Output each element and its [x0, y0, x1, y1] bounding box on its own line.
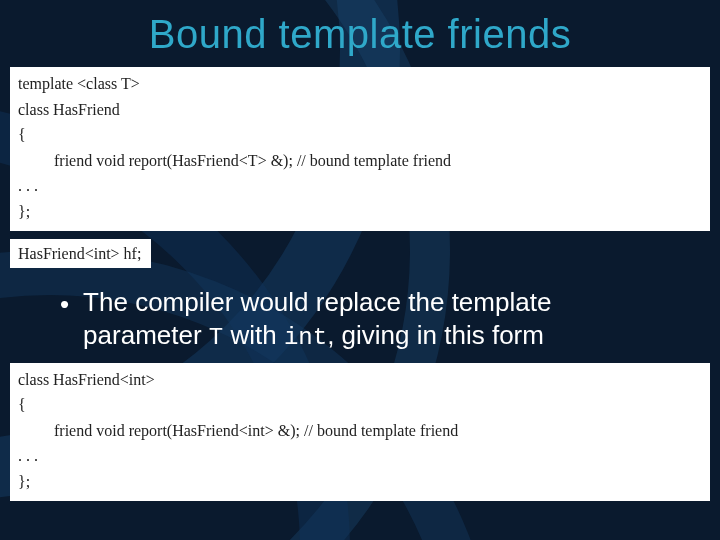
slide-title: Bound template friends [60, 12, 660, 57]
code-line: { [18, 396, 26, 413]
code-inline: T [209, 324, 223, 351]
code-block-template-def: template <class T> class HasFriend { fri… [10, 67, 710, 231]
code-line: template <class T> [18, 75, 140, 92]
text-run: with [223, 320, 284, 350]
code-block-expanded: class HasFriend<int> { friend void repor… [10, 363, 710, 501]
code-line: . . . [18, 447, 38, 464]
bullet-text: The compiler would replace the template … [83, 286, 660, 353]
code-line: { [18, 126, 26, 143]
code-line: }; [18, 473, 30, 490]
text-run: , giving in this form [327, 320, 544, 350]
code-line: friend void report(HasFriend<T> &); // b… [18, 148, 702, 174]
code-block-instantiation: HasFriend<int> hf; [10, 239, 151, 269]
bullet-item: • The compiler would replace the templat… [60, 286, 660, 353]
slide: Bound template friends template <class T… [0, 0, 720, 540]
code-line: class HasFriend<int> [18, 371, 155, 388]
code-line: friend void report(HasFriend<int> &); //… [18, 418, 702, 444]
code-line: . . . [18, 177, 38, 194]
code-line: class HasFriend [18, 101, 120, 118]
code-line: }; [18, 203, 30, 220]
code-inline: int [284, 324, 327, 351]
bullet-icon: • [60, 288, 69, 321]
